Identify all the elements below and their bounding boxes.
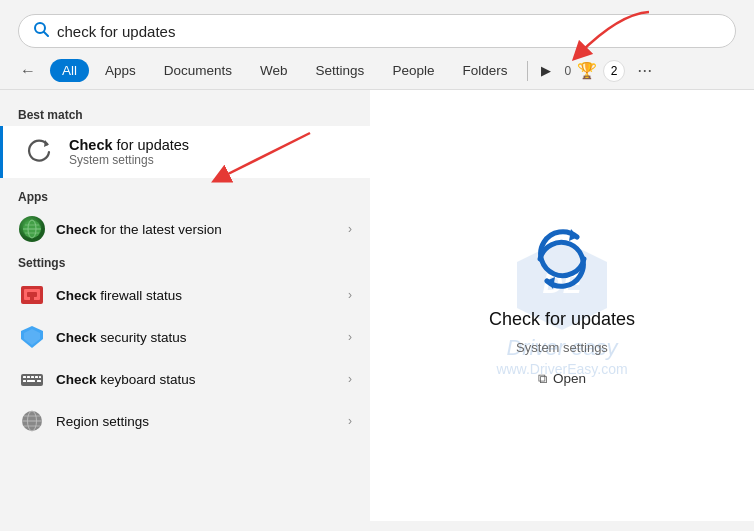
security-label: Check security status [56, 330, 338, 345]
app-check-latest[interactable]: Check for the latest version › [0, 208, 370, 250]
play-icon: ▶ [536, 61, 556, 80]
tab-people[interactable]: People [380, 59, 446, 82]
app-item-label: Check for the latest version [56, 222, 338, 237]
best-match-text: Check for updates System settings [69, 137, 189, 167]
keyboard-label: Check keyboard status [56, 372, 338, 387]
left-panel: Best match Check for updates System sett… [0, 90, 370, 521]
region-icon [18, 407, 46, 435]
svg-rect-19 [23, 380, 26, 382]
region-label: Region settings [56, 414, 338, 429]
tab-documents[interactable]: Documents [152, 59, 244, 82]
back-button[interactable]: ← [14, 59, 42, 83]
firewall-label: Check firewall status [56, 288, 338, 303]
chevron-icon: › [348, 222, 352, 236]
setting-keyboard[interactable]: Check keyboard status › [0, 358, 370, 400]
tabs-right-group: 0 🏆 2 ··· [564, 58, 658, 83]
best-match-title: Check for updates [69, 137, 189, 153]
open-label: Open [553, 371, 586, 386]
open-button[interactable]: ⧉ Open [524, 365, 600, 393]
setting-security[interactable]: Check security status › [0, 316, 370, 358]
open-icon: ⧉ [538, 371, 547, 387]
right-subtitle: System settings [516, 340, 608, 355]
apps-section-label: Apps [0, 184, 370, 208]
chevron-icon: › [348, 372, 352, 386]
setting-firewall[interactable]: Check firewall status › [0, 274, 370, 316]
svg-rect-16 [31, 376, 34, 378]
tab-settings[interactable]: Settings [304, 59, 377, 82]
security-icon [18, 323, 46, 351]
count-badge: 2 [603, 60, 625, 82]
svg-rect-21 [37, 380, 41, 382]
settings-section-label: Settings [0, 250, 370, 274]
setting-region[interactable]: Region settings › [0, 400, 370, 442]
tab-separator [527, 61, 528, 81]
svg-rect-14 [23, 376, 26, 378]
tab-apps[interactable]: Apps [93, 59, 148, 82]
search-icon [33, 21, 49, 41]
globe-icon [18, 215, 46, 243]
svg-rect-15 [27, 376, 30, 378]
right-content: Check for updates System settings ⧉ Open [489, 219, 635, 393]
tab-web[interactable]: Web [248, 59, 300, 82]
chevron-icon: › [348, 288, 352, 302]
svg-rect-20 [27, 380, 35, 382]
main-content: Best match Check for updates System sett… [0, 90, 754, 521]
zero-count: 0 [564, 64, 571, 78]
svg-rect-17 [35, 376, 38, 378]
tab-folders[interactable]: Folders [450, 59, 519, 82]
svg-line-1 [44, 32, 48, 36]
search-query-text: check for updates [57, 23, 721, 40]
best-match-label: Best match [0, 102, 370, 126]
keyboard-icon [18, 365, 46, 393]
svg-rect-18 [39, 376, 41, 378]
right-panel: DE Driver easy www.DriverEasy.com Check … [370, 90, 754, 521]
tab-all[interactable]: All [50, 59, 89, 82]
search-bar[interactable]: check for updates [18, 14, 736, 48]
firewall-icon [18, 281, 46, 309]
chevron-icon: › [348, 414, 352, 428]
chevron-icon: › [348, 330, 352, 344]
right-title: Check for updates [489, 309, 635, 330]
refresh-big-icon [522, 219, 602, 299]
more-button[interactable]: ··· [631, 58, 658, 83]
filter-tabs: ← All Apps Documents Web Settings People… [0, 58, 754, 90]
trophy-icon: 🏆 [577, 61, 597, 80]
best-match-icon [21, 134, 57, 170]
best-match-subtitle: System settings [69, 153, 189, 167]
best-match-item[interactable]: Check for updates System settings [0, 126, 370, 178]
svg-rect-10 [30, 295, 34, 301]
